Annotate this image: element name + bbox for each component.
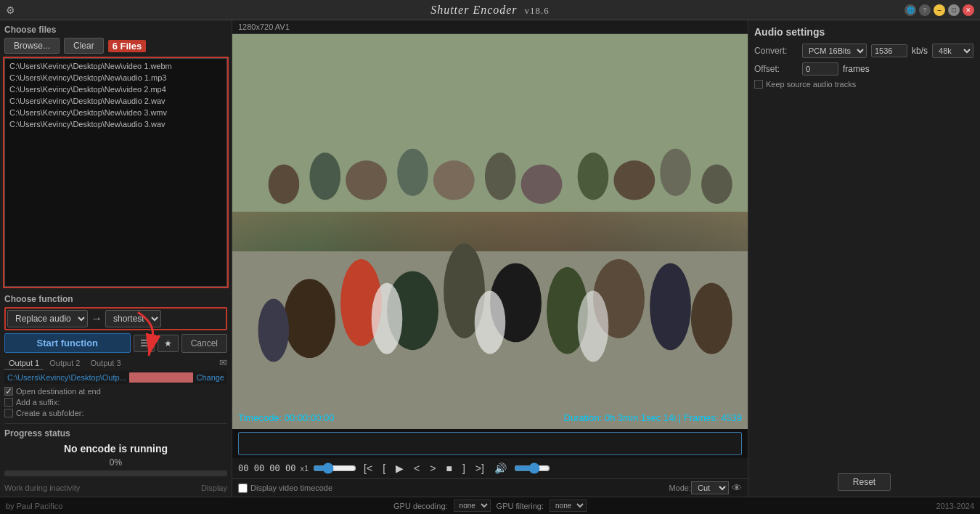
add-suffix-checkbox[interactable] xyxy=(4,398,13,407)
svg-point-4 xyxy=(397,149,428,196)
list-icon-button[interactable]: ☰ xyxy=(134,335,155,352)
volume-slider[interactable] xyxy=(514,462,550,474)
list-item[interactable]: C:\Users\Kevincy\Desktop\New\video 3.wmv xyxy=(7,107,225,118)
svg-point-13 xyxy=(284,279,335,358)
list-item[interactable]: C:\Users\Kevincy\Desktop\New\audio 1.mp3 xyxy=(7,72,225,83)
seek-bar[interactable] xyxy=(238,432,742,455)
gpu-decode-label: GPU decoding: xyxy=(393,502,448,510)
close-button[interactable]: ✕ xyxy=(963,4,974,16)
svg-point-10 xyxy=(660,149,691,196)
choose-files-label: Choose files xyxy=(4,25,227,35)
kbps-input[interactable] xyxy=(871,44,907,57)
svg-point-6 xyxy=(485,152,516,200)
list-item[interactable]: C:\Users\Kevincy\Desktop\New\audio 3.wav xyxy=(7,118,225,130)
left-panel: Choose files Browse... Clear 6 Files C:\… xyxy=(0,20,232,497)
display-timecode-checkbox[interactable] xyxy=(238,484,248,493)
mode-select[interactable]: Cut Trim xyxy=(691,481,729,494)
convert-row: Convert: PCM 16Bits PCM 24Bits PCM 32Bit… xyxy=(754,44,974,58)
output-tabs: Output 1 Output 2 Output 3 ✉ xyxy=(4,357,227,370)
svg-point-8 xyxy=(578,152,609,200)
video-frame xyxy=(232,34,748,429)
offset-label: Offset: xyxy=(754,64,798,74)
open-destination-checkbox[interactable]: ✓ xyxy=(4,387,13,396)
speed-slider[interactable] xyxy=(313,462,356,474)
mode-label: Mode: xyxy=(669,484,691,492)
play-button[interactable]: ▶ xyxy=(393,461,407,476)
titlebar: ⚙ Shutter Encoder v18.6 🌐 ? – □ ✕ xyxy=(0,0,980,20)
mark-out-button[interactable]: ] xyxy=(460,461,468,476)
app-title: Shutter Encoder v18.6 xyxy=(430,4,550,17)
bottom-controls: Display video timecode Mode: Cut Trim 👁 xyxy=(232,478,748,497)
function-select[interactable]: Replace audio xyxy=(7,310,88,327)
stop-button[interactable]: ■ xyxy=(443,461,454,476)
svg-point-24 xyxy=(475,291,506,354)
khz-select[interactable]: 48k 44.1k 96k xyxy=(932,44,973,58)
help-button[interactable]: ? xyxy=(919,4,931,16)
list-item[interactable]: C:\Users\Kevincy\Desktop\New\video 1.web… xyxy=(7,60,225,72)
maximize-button[interactable]: □ xyxy=(948,4,960,16)
work-during-label: Work during inactivity xyxy=(4,484,80,492)
globe-button[interactable]: 🌐 xyxy=(905,4,916,16)
author-label: by Paul Pacifico xyxy=(6,502,393,510)
minimize-button[interactable]: – xyxy=(934,4,945,16)
file-list[interactable]: C:\Users\Kevincy\Desktop\New\video 1.web… xyxy=(4,58,227,287)
output-path-text: C:\Users\Kevincy\Desktop\Outp... xyxy=(7,373,126,382)
center-panel: 1280x720 AV1 xyxy=(232,20,748,497)
keep-source-checkbox[interactable] xyxy=(754,80,763,89)
video-info: 1280x720 AV1 xyxy=(238,23,290,31)
path-bar xyxy=(129,372,194,383)
timecode-display: 00 00 00 00 xyxy=(238,463,295,473)
no-encode-status: No encode is running xyxy=(4,440,227,457)
step-forward-button[interactable]: > xyxy=(427,461,438,476)
frames-label: frames xyxy=(843,64,870,74)
choose-files-header: Browse... Clear 6 Files xyxy=(4,38,227,54)
svg-point-22 xyxy=(258,298,290,362)
svg-point-1 xyxy=(269,165,300,204)
svg-point-3 xyxy=(346,160,387,200)
change-button[interactable]: Change xyxy=(196,373,224,382)
volume-icon[interactable]: 🔊 xyxy=(491,461,510,476)
star-icon-button[interactable]: ★ xyxy=(158,335,179,352)
convert-select[interactable]: PCM 16Bits PCM 24Bits PCM 32Bits AAC MP3 xyxy=(802,44,867,58)
shortest-select[interactable]: shortest longest xyxy=(105,310,161,327)
add-suffix-label: Add a suffix: xyxy=(16,398,60,407)
gpu-filter-select[interactable]: none xyxy=(550,499,587,512)
go-start-button[interactable]: [< xyxy=(361,461,375,476)
go-end-button[interactable]: >] xyxy=(473,461,487,476)
display-timecode-row[interactable]: Display video timecode xyxy=(238,484,332,493)
timecode-overlay: Timecode: 00:00:00:00 xyxy=(238,412,335,423)
tab-output1[interactable]: Output 1 xyxy=(4,357,44,370)
reset-button[interactable]: Reset xyxy=(838,473,891,491)
mark-in-button[interactable]: [ xyxy=(380,461,388,476)
svg-point-7 xyxy=(521,165,563,204)
step-back-button[interactable]: < xyxy=(411,461,422,476)
clear-button[interactable]: Clear xyxy=(64,38,104,54)
tab-output2[interactable]: Output 2 xyxy=(45,357,84,370)
choose-function-label: Choose function xyxy=(4,294,227,304)
svg-point-23 xyxy=(372,283,403,354)
tab-output3[interactable]: Output 3 xyxy=(86,357,125,370)
offset-input[interactable] xyxy=(802,62,838,76)
list-item[interactable]: C:\Users\Kevincy\Desktop\New\audio 2.wav xyxy=(7,95,225,107)
settings-icon[interactable]: ⚙ xyxy=(6,4,15,16)
right-panel: Audio settings Convert: PCM 16Bits PCM 2… xyxy=(748,20,980,497)
keep-source-row: Keep source audio tracks xyxy=(754,80,974,89)
create-subfolder-checkbox[interactable] xyxy=(4,409,13,417)
create-subfolder-row: Create a subfolder: xyxy=(4,409,227,417)
list-item[interactable]: C:\Users\Kevincy\Desktop\New\video 2.mp4 xyxy=(7,83,225,95)
email-icon[interactable]: ✉ xyxy=(219,357,227,370)
progress-percentage: 0% xyxy=(4,457,227,468)
progress-section: Progress status No encode is running 0% xyxy=(4,423,227,476)
cancel-button[interactable]: Cancel xyxy=(181,334,227,353)
files-count-badge: 6 Files xyxy=(108,40,146,52)
choose-function-section: Choose function Replace audio → shortest… xyxy=(4,294,227,353)
options-rows: ✓ Open destination at end Add a suffix: … xyxy=(4,387,227,417)
svg-point-25 xyxy=(578,291,609,362)
browse-button[interactable]: Browse... xyxy=(4,38,60,54)
gpu-decode-select[interactable]: none cuda xyxy=(454,499,491,512)
start-function-button[interactable]: Start function xyxy=(4,333,131,353)
display-label: Display xyxy=(201,484,227,492)
open-destination-row: ✓ Open destination at end xyxy=(4,387,227,396)
eye-icon[interactable]: 👁 xyxy=(732,482,742,494)
display-timecode-label: Display video timecode xyxy=(250,484,332,492)
